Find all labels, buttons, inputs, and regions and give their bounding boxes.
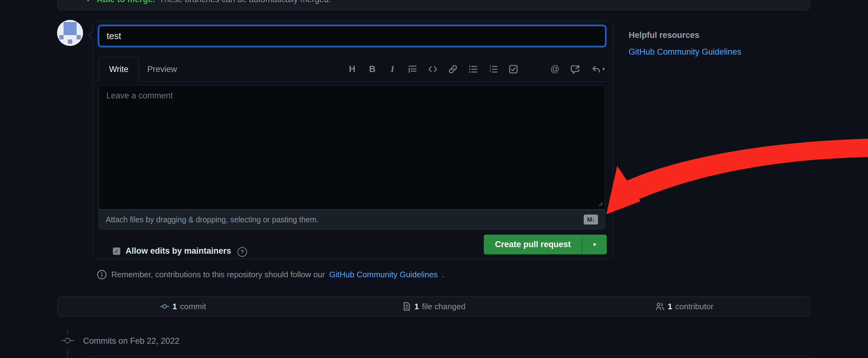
checkbox-check-icon: ✓: [114, 248, 119, 254]
allow-edits-checkbox[interactable]: ✓: [113, 247, 120, 255]
pr-stats-bar: 1 commit 1 file changed 1 contributor: [57, 297, 810, 316]
commits-date-heading: Commits on Feb 22, 2022: [83, 336, 180, 346]
create-pr-dropdown[interactable]: ▾: [583, 235, 607, 254]
stat-contributors[interactable]: 1 contributor: [559, 297, 810, 316]
identicon-pattern: [59, 22, 81, 44]
attach-files-bar[interactable]: Attach files by dragging & dropping, sel…: [99, 210, 605, 229]
merge-status-message: These branches can be automatically merg…: [159, 0, 331, 4]
pr-compose-card: Write Preview H B I 12: [92, 21, 613, 259]
resize-handle[interactable]: [597, 200, 603, 208]
merge-status-row: ✓ Able to merge. These branches can be a…: [86, 0, 331, 4]
tab-write-label: Write: [109, 64, 129, 74]
heading-icon[interactable]: H: [347, 64, 358, 75]
help-icon[interactable]: ?: [238, 247, 247, 257]
unordered-list-icon[interactable]: [468, 64, 478, 75]
tasklist-icon[interactable]: [508, 64, 519, 75]
reply-icon[interactable]: ▾: [590, 64, 606, 75]
people-icon: [655, 302, 664, 311]
dropdown-caret-icon: ▾: [593, 241, 596, 248]
merge-status-banner: ✓ Able to merge. These branches can be a…: [57, 0, 810, 10]
guidelines-reminder: Remember, contributions to this reposito…: [97, 270, 444, 280]
svg-text:2: 2: [489, 68, 491, 73]
reminder-text: Remember, contributions to this reposito…: [111, 270, 325, 279]
comment-area-wrap: [99, 85, 605, 210]
tab-write[interactable]: Write: [99, 57, 139, 82]
attach-hint: Attach files by dragging & dropping, sel…: [106, 215, 319, 224]
commit-timeline-icon: [61, 337, 74, 346]
tab-preview-label: Preview: [147, 64, 177, 74]
cross-reference-icon[interactable]: [570, 64, 580, 75]
file-diff-icon: [402, 302, 411, 311]
stat-files-changed[interactable]: 1 file changed: [308, 297, 559, 316]
mention-icon[interactable]: @: [550, 64, 560, 75]
markdown-icon[interactable]: M↓: [584, 215, 598, 224]
merge-status-text: Able to merge.: [97, 0, 155, 4]
avatar: [57, 20, 83, 46]
markdown-toolbar: H B I 12 @: [356, 57, 606, 81]
comment-editor: Attach files by dragging & dropping, sel…: [99, 85, 605, 229]
guidelines-link[interactable]: GitHub Community Guidelines: [329, 270, 438, 279]
reply-caret-icon: ▾: [602, 66, 605, 72]
quote-icon[interactable]: [407, 64, 418, 75]
stat-commits[interactable]: 1 commit: [58, 297, 308, 316]
commit-list-box: [88, 356, 810, 358]
pr-title-input[interactable]: [99, 25, 606, 47]
check-icon: ✓: [86, 0, 92, 4]
pull-request-page: ✓ Able to merge. These branches can be a…: [0, 0, 868, 358]
tab-preview[interactable]: Preview: [139, 57, 185, 82]
create-pr-button[interactable]: Create pull request: [484, 235, 582, 254]
comment-textarea[interactable]: [99, 85, 605, 209]
link-icon[interactable]: [447, 64, 458, 75]
svg-text:1: 1: [489, 64, 491, 68]
code-icon[interactable]: [428, 64, 438, 75]
create-pr-button-group: Create pull request ▾: [484, 235, 607, 254]
italic-icon[interactable]: I: [387, 64, 398, 75]
allow-edits-label: Allow edits by maintainers: [126, 246, 231, 256]
info-icon: [97, 270, 107, 280]
timeline-line: [67, 348, 68, 358]
reminder-period: .: [442, 270, 444, 279]
bold-icon[interactable]: B: [367, 64, 378, 75]
git-commit-icon: [160, 302, 169, 311]
ordered-list-icon[interactable]: 12: [488, 64, 498, 75]
sidebar-guidelines-link[interactable]: GitHub Community Guidelines: [629, 47, 741, 57]
helpful-resources-heading: Helpful resources: [629, 30, 700, 40]
timeline-line: [67, 329, 68, 334]
